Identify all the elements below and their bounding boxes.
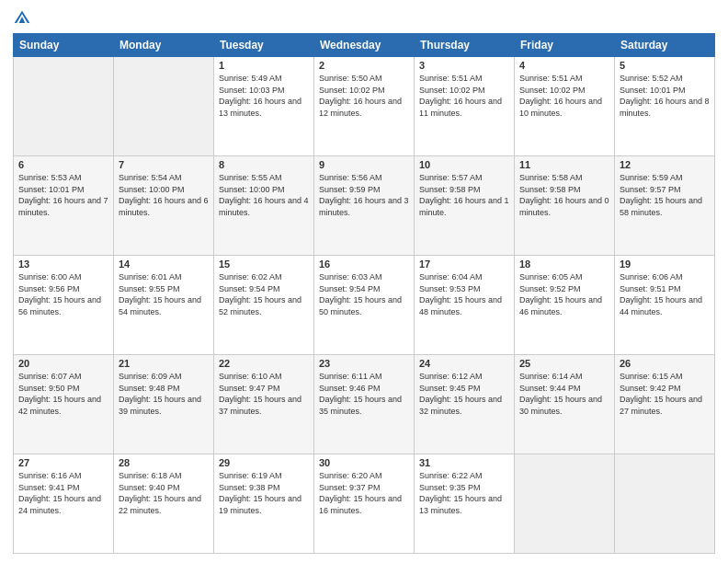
- page: SundayMondayTuesdayWednesdayThursdayFrid…: [0, 0, 728, 563]
- day-number: 11: [519, 159, 609, 170]
- day-number: 2: [319, 60, 409, 71]
- calendar-cell: 23Sunrise: 6:11 AMSunset: 9:46 PMDayligh…: [314, 355, 415, 454]
- day-detail: Sunrise: 5:51 AMSunset: 10:02 PMDaylight…: [419, 73, 509, 119]
- calendar-cell: 14Sunrise: 6:01 AMSunset: 9:55 PMDayligh…: [114, 256, 214, 355]
- logo: [13, 9, 35, 28]
- calendar-cell: 1Sunrise: 5:49 AMSunset: 10:03 PMDayligh…: [214, 57, 314, 156]
- day-detail: Sunrise: 5:51 AMSunset: 10:02 PMDaylight…: [519, 73, 609, 119]
- day-detail: Sunrise: 6:11 AMSunset: 9:46 PMDaylight:…: [319, 371, 409, 417]
- day-detail: Sunrise: 6:20 AMSunset: 9:37 PMDaylight:…: [319, 470, 409, 516]
- day-number: 4: [519, 60, 609, 71]
- calendar-cell: 10Sunrise: 5:57 AMSunset: 9:58 PMDayligh…: [415, 156, 515, 256]
- day-detail: Sunrise: 6:15 AMSunset: 9:42 PMDaylight:…: [620, 371, 710, 417]
- weekday-header: Tuesday: [214, 34, 314, 57]
- day-number: 18: [519, 259, 609, 270]
- calendar-table: SundayMondayTuesdayWednesdayThursdayFrid…: [13, 33, 715, 554]
- calendar-cell: 9Sunrise: 5:56 AMSunset: 9:59 PMDaylight…: [314, 156, 415, 256]
- day-number: 16: [319, 259, 409, 270]
- calendar-cell: 13Sunrise: 6:00 AMSunset: 9:56 PMDayligh…: [14, 256, 114, 355]
- day-number: 13: [18, 259, 108, 270]
- day-number: 20: [18, 358, 108, 369]
- day-number: 3: [419, 60, 509, 71]
- calendar-cell: 16Sunrise: 6:03 AMSunset: 9:54 PMDayligh…: [314, 256, 415, 355]
- day-detail: Sunrise: 5:49 AMSunset: 10:03 PMDaylight…: [219, 73, 309, 119]
- weekday-header-row: SundayMondayTuesdayWednesdayThursdayFrid…: [14, 34, 715, 57]
- day-number: 1: [219, 60, 309, 71]
- day-number: 12: [620, 159, 710, 170]
- day-number: 21: [119, 358, 209, 369]
- day-detail: Sunrise: 6:07 AMSunset: 9:50 PMDaylight:…: [18, 371, 108, 417]
- calendar-cell: 31Sunrise: 6:22 AMSunset: 9:35 PMDayligh…: [415, 454, 515, 554]
- day-detail: Sunrise: 5:56 AMSunset: 9:59 PMDaylight:…: [319, 172, 409, 218]
- calendar-cell: 30Sunrise: 6:20 AMSunset: 9:37 PMDayligh…: [314, 454, 415, 554]
- logo-icon: [13, 9, 31, 28]
- calendar-cell: 5Sunrise: 5:52 AMSunset: 10:01 PMDayligh…: [615, 57, 715, 156]
- calendar-cell: 7Sunrise: 5:54 AMSunset: 10:00 PMDayligh…: [114, 156, 214, 256]
- day-number: 25: [519, 358, 609, 369]
- day-detail: Sunrise: 6:09 AMSunset: 9:48 PMDaylight:…: [119, 371, 209, 417]
- calendar-week-row: 27Sunrise: 6:16 AMSunset: 9:41 PMDayligh…: [14, 454, 715, 554]
- calendar-cell: 28Sunrise: 6:18 AMSunset: 9:40 PMDayligh…: [114, 454, 214, 554]
- day-number: 17: [419, 259, 509, 270]
- day-detail: Sunrise: 6:18 AMSunset: 9:40 PMDaylight:…: [119, 470, 209, 516]
- calendar-cell: 21Sunrise: 6:09 AMSunset: 9:48 PMDayligh…: [114, 355, 214, 454]
- calendar-cell: 19Sunrise: 6:06 AMSunset: 9:51 PMDayligh…: [615, 256, 715, 355]
- day-number: 22: [219, 358, 309, 369]
- calendar-cell: 26Sunrise: 6:15 AMSunset: 9:42 PMDayligh…: [615, 355, 715, 454]
- day-detail: Sunrise: 5:52 AMSunset: 10:01 PMDaylight…: [620, 73, 710, 119]
- calendar-cell: 11Sunrise: 5:58 AMSunset: 9:58 PMDayligh…: [515, 156, 615, 256]
- day-detail: Sunrise: 6:05 AMSunset: 9:52 PMDaylight:…: [519, 271, 609, 317]
- day-detail: Sunrise: 5:57 AMSunset: 9:58 PMDaylight:…: [419, 172, 509, 218]
- calendar-week-row: 1Sunrise: 5:49 AMSunset: 10:03 PMDayligh…: [14, 57, 715, 156]
- day-number: 14: [119, 259, 209, 270]
- weekday-header: Saturday: [615, 34, 715, 57]
- calendar-cell: 4Sunrise: 5:51 AMSunset: 10:02 PMDayligh…: [515, 57, 615, 156]
- day-number: 26: [620, 358, 710, 369]
- day-number: 31: [419, 457, 509, 468]
- calendar-cell: 17Sunrise: 6:04 AMSunset: 9:53 PMDayligh…: [415, 256, 515, 355]
- calendar-cell: 29Sunrise: 6:19 AMSunset: 9:38 PMDayligh…: [214, 454, 314, 554]
- day-detail: Sunrise: 6:19 AMSunset: 9:38 PMDaylight:…: [219, 470, 309, 516]
- calendar-cell: 22Sunrise: 6:10 AMSunset: 9:47 PMDayligh…: [214, 355, 314, 454]
- weekday-header: Friday: [515, 34, 615, 57]
- day-number: 10: [419, 159, 509, 170]
- calendar-cell: [615, 454, 715, 554]
- day-detail: Sunrise: 6:06 AMSunset: 9:51 PMDaylight:…: [620, 271, 710, 317]
- weekday-header: Monday: [114, 34, 214, 57]
- day-number: 15: [219, 259, 309, 270]
- weekday-header: Sunday: [14, 34, 114, 57]
- day-number: 29: [219, 457, 309, 468]
- calendar-cell: 8Sunrise: 5:55 AMSunset: 10:00 PMDayligh…: [214, 156, 314, 256]
- day-detail: Sunrise: 6:22 AMSunset: 9:35 PMDaylight:…: [419, 470, 509, 516]
- day-detail: Sunrise: 6:14 AMSunset: 9:44 PMDaylight:…: [519, 371, 609, 417]
- header: [13, 9, 715, 28]
- calendar-cell: 15Sunrise: 6:02 AMSunset: 9:54 PMDayligh…: [214, 256, 314, 355]
- calendar-week-row: 6Sunrise: 5:53 AMSunset: 10:01 PMDayligh…: [14, 156, 715, 256]
- day-number: 19: [620, 259, 710, 270]
- calendar-cell: 2Sunrise: 5:50 AMSunset: 10:02 PMDayligh…: [314, 57, 415, 156]
- day-detail: Sunrise: 5:55 AMSunset: 10:00 PMDaylight…: [219, 172, 309, 218]
- calendar-cell: 6Sunrise: 5:53 AMSunset: 10:01 PMDayligh…: [14, 156, 114, 256]
- calendar-week-row: 13Sunrise: 6:00 AMSunset: 9:56 PMDayligh…: [14, 256, 715, 355]
- day-detail: Sunrise: 5:59 AMSunset: 9:57 PMDaylight:…: [620, 172, 710, 218]
- day-detail: Sunrise: 5:50 AMSunset: 10:02 PMDaylight…: [319, 73, 409, 119]
- day-detail: Sunrise: 6:10 AMSunset: 9:47 PMDaylight:…: [219, 371, 309, 417]
- calendar-cell: [14, 57, 114, 156]
- day-detail: Sunrise: 6:00 AMSunset: 9:56 PMDaylight:…: [18, 271, 108, 317]
- day-number: 9: [319, 159, 409, 170]
- calendar-week-row: 20Sunrise: 6:07 AMSunset: 9:50 PMDayligh…: [14, 355, 715, 454]
- day-number: 7: [119, 159, 209, 170]
- day-detail: Sunrise: 5:58 AMSunset: 9:58 PMDaylight:…: [519, 172, 609, 218]
- calendar-cell: [515, 454, 615, 554]
- day-number: 8: [219, 159, 309, 170]
- weekday-header: Wednesday: [314, 34, 415, 57]
- calendar-cell: 27Sunrise: 6:16 AMSunset: 9:41 PMDayligh…: [14, 454, 114, 554]
- calendar-cell: 20Sunrise: 6:07 AMSunset: 9:50 PMDayligh…: [14, 355, 114, 454]
- weekday-header: Thursday: [415, 34, 515, 57]
- day-detail: Sunrise: 6:12 AMSunset: 9:45 PMDaylight:…: [419, 371, 509, 417]
- day-detail: Sunrise: 6:02 AMSunset: 9:54 PMDaylight:…: [219, 271, 309, 317]
- calendar-cell: 24Sunrise: 6:12 AMSunset: 9:45 PMDayligh…: [415, 355, 515, 454]
- day-detail: Sunrise: 5:53 AMSunset: 10:01 PMDaylight…: [18, 172, 108, 218]
- day-detail: Sunrise: 6:16 AMSunset: 9:41 PMDaylight:…: [18, 470, 108, 516]
- day-detail: Sunrise: 5:54 AMSunset: 10:00 PMDaylight…: [119, 172, 209, 218]
